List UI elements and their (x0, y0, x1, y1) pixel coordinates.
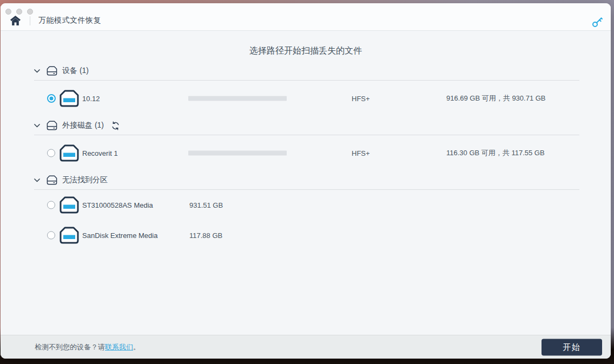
disk-section-icon (47, 66, 57, 76)
hint-text: 检测不到您的设备？请 (35, 343, 105, 351)
device-row-recoverit-1[interactable]: Recoverit 1 HFS+ 116.30 GB 可用，共 117.55 G… (34, 135, 579, 171)
close-window-button[interactable] (5, 9, 11, 15)
zoom-window-button[interactable] (27, 9, 33, 15)
filesystem-type: HFS+ (352, 95, 370, 103)
drive-icon (59, 90, 80, 107)
device-size: 931.51 GB (189, 201, 223, 209)
home-icon[interactable] (10, 15, 21, 26)
main-content: 选择路径开始扫描丢失的文件 设备 (1) (1, 31, 611, 335)
chevron-down-icon[interactable] (34, 178, 40, 182)
header-separator (30, 16, 30, 25)
device-row-10-12[interactable]: 10.12 HFS+ 916.69 GB 可用，共 930.71 GB (34, 81, 579, 116)
device-row-st31000528as[interactable]: ST31000528AS Media 931.51 GB (34, 190, 579, 220)
device-name: ST31000528AS Media (82, 201, 153, 209)
radio-unselected[interactable] (47, 149, 55, 157)
minimize-window-button[interactable] (16, 9, 22, 15)
page-title: 万能模式文件恢复 (38, 16, 101, 25)
device-size: 117.88 GB (189, 231, 222, 240)
drive-icon (59, 227, 80, 244)
radio-unselected[interactable] (47, 201, 55, 209)
section-label: 设备 (1) (62, 66, 89, 76)
section-header-devices: 设备 (1) (34, 62, 579, 80)
header-nav: 万能模式文件恢复 (10, 15, 101, 26)
section-header-lost-partitions: 无法找到分区 (34, 171, 579, 189)
device-row-sandisk-extreme[interactable]: SanDisk Extreme Media 117.88 GB (34, 220, 579, 250)
drive-icon (59, 196, 80, 214)
device-name: SanDisk Extreme Media (82, 231, 157, 240)
footer-bar: 检测不到您的设备？请联系我们。 开始 (1, 335, 611, 359)
capacity-text: 116.30 GB 可用，共 117.55 GB (446, 148, 545, 158)
disk-section-icon (47, 121, 57, 130)
title-bar: 万能模式文件恢复 (1, 3, 611, 31)
chevron-down-icon[interactable] (34, 124, 40, 128)
section-label: 外接磁盘 (1) (62, 121, 104, 130)
device-tree: 设备 (1) 10.12 HFS+ 916.69 GB 可用，共 930.71 … (1, 62, 611, 250)
page-heading: 选择路径开始扫描丢失的文件 (1, 45, 611, 57)
usage-progress-bar (188, 151, 287, 156)
chevron-down-icon[interactable] (34, 69, 40, 73)
hint-suffix: 。 (133, 343, 140, 351)
radio-unselected[interactable] (47, 231, 55, 240)
contact-us-link[interactable]: 联系我们 (105, 343, 133, 351)
section-label: 无法找到分区 (62, 175, 108, 185)
device-name: Recoverit 1 (82, 149, 118, 157)
device-not-found-hint: 检测不到您的设备？请联系我们。 (35, 342, 140, 352)
device-name: 10.12 (82, 95, 100, 103)
section-header-external: 外接磁盘 (1) (34, 116, 579, 135)
drive-icon (59, 144, 80, 162)
radio-selected[interactable] (47, 94, 56, 103)
refresh-icon[interactable] (111, 121, 120, 130)
filesystem-type: HFS+ (352, 149, 370, 157)
app-window: 万能模式文件恢复 选择路径开始扫描丢失的文件 (1, 3, 611, 359)
usage-progress-bar (188, 96, 287, 101)
window-controls (5, 9, 33, 15)
disk-section-icon (47, 175, 57, 185)
key-icon[interactable] (591, 16, 603, 28)
start-button[interactable]: 开始 (542, 339, 602, 355)
capacity-text: 916.69 GB 可用，共 930.71 GB (446, 94, 546, 103)
